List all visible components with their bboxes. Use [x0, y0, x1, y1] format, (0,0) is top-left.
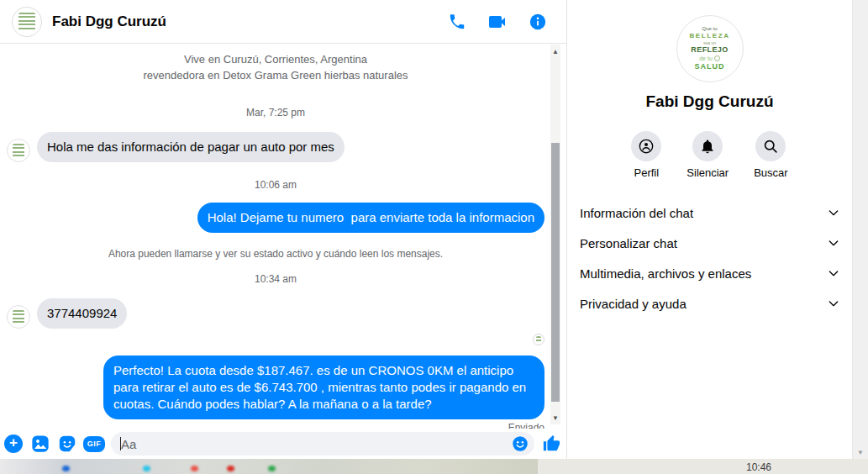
chevron-down-icon — [827, 206, 840, 219]
avatar-logo-icon — [13, 310, 25, 324]
action-label: Silenciar — [687, 166, 729, 179]
search-button[interactable]: Buscar — [754, 131, 787, 179]
profile-actions: Perfil Silenciar Buscar — [631, 131, 787, 179]
photo-icon[interactable] — [30, 434, 50, 454]
timestamp-divider: Mar, 7:25 pm — [7, 107, 544, 118]
message-bubble-outgoing: Hola! Dejame tu numero para enviarte tod… — [197, 203, 544, 233]
conversation-sidebar: Que tu BELLEZA sea un REFLEJO de tu SALU… — [567, 0, 852, 459]
chevron-down-icon — [827, 236, 840, 250]
message-composer: + GIF — [0, 429, 566, 459]
like-thumb-icon[interactable] — [541, 434, 561, 454]
section-privacy-help[interactable]: Privacidad y ayuda — [567, 288, 852, 319]
sticker-icon[interactable] — [57, 434, 77, 454]
sidebar-sections: Información del chat Personalizar chat M… — [567, 198, 852, 319]
scrollbar-down-icon[interactable]: ▼ — [855, 447, 865, 457]
page-scrollbar[interactable]: ▼ — [852, 0, 868, 459]
gif-label: GIF — [83, 436, 105, 452]
profile-avatar[interactable]: Que tu BELLEZA sea un REFLEJO de tu SALU… — [676, 15, 744, 82]
info-icon[interactable] — [528, 12, 548, 32]
read-receipt-avatar — [533, 334, 544, 345]
app-dot-icon — [268, 466, 276, 471]
sender-avatar — [7, 305, 30, 329]
header-actions — [447, 12, 555, 32]
app-dot-icon — [62, 466, 70, 471]
avatar-logo-icon — [13, 144, 25, 158]
sent-status: Enviado — [7, 422, 544, 429]
desktop-strip: 10:46 — [0, 459, 868, 474]
section-customize-chat[interactable]: Personalizar chat — [567, 228, 852, 258]
logo-leaf-icon — [714, 55, 720, 61]
chat-scroll-area[interactable]: Vive en Curuzú, Corrientes, Argentina re… — [0, 44, 566, 429]
search-icon — [755, 131, 786, 161]
section-chat-info[interactable]: Información del chat — [567, 198, 852, 228]
mute-button[interactable]: Silenciar — [687, 131, 729, 179]
message-input[interactable] — [121, 437, 506, 451]
attach-plus-icon[interactable]: + — [3, 434, 24, 454]
wallpaper-strip — [0, 459, 538, 474]
emoji-icon[interactable] — [512, 435, 529, 452]
bell-icon — [692, 131, 723, 161]
chat-panel: Fabi Dgg Curuzú Vive en Curuzú, Corrient… — [0, 0, 566, 459]
message-input-wrap — [111, 432, 534, 456]
chat-header: Fabi Dgg Curuzú — [0, 0, 566, 44]
contact-name[interactable]: Fabi Dgg Curuzú — [52, 13, 166, 30]
chevron-down-icon — [827, 266, 840, 280]
text-cursor — [120, 437, 121, 450]
avatar-logo-line: BELLEZA — [689, 32, 729, 40]
timestamp-divider: 10:34 am — [7, 273, 544, 285]
sidebar-contact-name: Fabi Dgg Curuzú — [646, 92, 774, 111]
person-icon — [631, 131, 661, 161]
avatar-logo-line: Que tu — [702, 26, 717, 33]
read-receipt-row — [7, 334, 544, 345]
message-row-outgoing: Hola! Dejame tu numero para enviarte tod… — [7, 203, 544, 233]
taskbar: 10:46 — [538, 459, 868, 474]
sender-avatar — [7, 139, 30, 162]
conversation-avatar[interactable] — [12, 7, 42, 37]
phone-call-icon[interactable] — [447, 12, 467, 32]
message-bubble-incoming: Hola me das información de pagar un auto… — [37, 132, 345, 162]
profile-note-line1: Vive en Curuzú, Corrientes, Argentina — [7, 51, 544, 67]
message-row-incoming: Hola me das información de pagar un auto… — [7, 132, 544, 162]
avatar-logo-line: de tu — [699, 55, 720, 63]
avatar-logo-line: REFLEJO — [691, 45, 728, 55]
chat-scrollbar[interactable]: ▲ ▼ — [550, 45, 560, 424]
action-label: Buscar — [754, 166, 787, 179]
system-notice: Ahora pueden llamarse y ver su estado ac… — [7, 248, 544, 260]
section-media-files-links[interactable]: Multimedia, archivos y enlaces — [567, 258, 852, 288]
taskbar-clock: 10:46 — [746, 461, 771, 473]
gif-icon[interactable]: GIF — [84, 434, 104, 454]
app-dot-icon — [143, 466, 150, 471]
avatar-logo-icon — [536, 336, 542, 343]
scrollbar-down-icon[interactable]: ▼ — [550, 413, 560, 423]
scrollbar-up-icon[interactable]: ▲ — [550, 46, 560, 56]
video-call-icon[interactable] — [487, 12, 508, 32]
message-bubble-outgoing: Perfecto! La cuota desde $187.467. es de… — [103, 356, 544, 419]
avatar-logo-icon — [18, 13, 34, 31]
message-bubble-incoming: 3774409924 — [37, 298, 127, 329]
chevron-down-icon — [827, 297, 840, 310]
avatar-logo-line: SALUD — [695, 62, 725, 71]
message-row-outgoing: Perfecto! La cuota desde $187.467. es de… — [7, 356, 544, 419]
app-dot-icon — [191, 466, 198, 471]
profile-note-line2: revendedora en Detox Grama Green hierbas… — [7, 67, 544, 83]
scrollbar-thumb[interactable] — [551, 143, 560, 402]
messenger-window: Fabi Dgg Curuzú Vive en Curuzú, Corrient… — [0, 0, 868, 474]
profile-button[interactable]: Perfil — [631, 131, 661, 179]
message-row-incoming: 3774409924 — [7, 298, 544, 329]
timestamp-divider: 10:06 am — [7, 179, 544, 191]
action-label: Perfil — [634, 166, 660, 179]
app-dot-icon — [227, 466, 234, 471]
